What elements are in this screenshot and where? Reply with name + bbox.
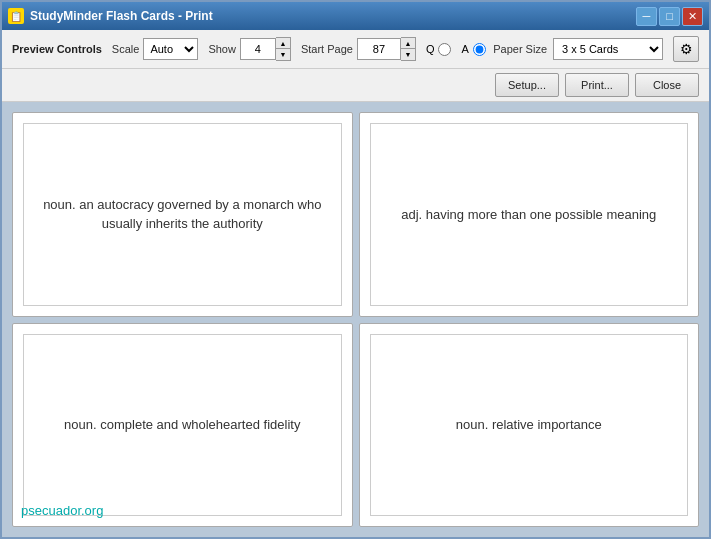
cards-grid: noun. an autocracy governed by a monarch…	[2, 102, 709, 537]
settings-icon: ⚙	[680, 41, 693, 57]
window-title: StudyMinder Flash Cards - Print	[30, 9, 213, 23]
show-input[interactable]: 4	[240, 38, 276, 60]
a-label: A	[461, 43, 468, 55]
card-3: noun. complete and wholehearted fidelity…	[12, 323, 353, 528]
app-icon: 📋	[8, 8, 24, 24]
toolbar: Preview Controls Scale Auto 50% 75% 100%…	[2, 30, 709, 69]
card-1-text: noun. an autocracy governed by a monarch…	[23, 185, 342, 244]
paper-size-select[interactable]: 3 x 5 Cards 4 x 6 Cards Letter A4	[553, 38, 663, 60]
titlebar-left: 📋 StudyMinder Flash Cards - Print	[8, 8, 213, 24]
start-page-increment-button[interactable]: ▲	[401, 38, 415, 49]
start-page-label: Start Page	[301, 43, 353, 55]
card-4-text: noun. relative importance	[446, 405, 612, 445]
card-1: noun. an autocracy governed by a monarch…	[12, 112, 353, 317]
scale-group: Scale Auto 50% 75% 100%	[112, 38, 199, 60]
scale-select[interactable]: Auto 50% 75% 100%	[143, 38, 198, 60]
toolbar-left: Preview Controls Scale Auto 50% 75% 100%…	[12, 37, 486, 61]
show-spinner-buttons: ▲ ▼	[276, 37, 291, 61]
setup-button[interactable]: Setup...	[495, 73, 559, 97]
paper-size-label: Paper Size	[493, 43, 547, 55]
card-3-text: noun. complete and wholehearted fidelity	[54, 405, 310, 445]
q-radio-group: Q	[426, 43, 452, 56]
q-label: Q	[426, 43, 435, 55]
preview-controls-label: Preview Controls	[12, 43, 102, 55]
main-window: 📋 StudyMinder Flash Cards - Print ─ □ ✕ …	[0, 0, 711, 539]
toolbar-right: Paper Size 3 x 5 Cards 4 x 6 Cards Lette…	[493, 36, 699, 62]
titlebar-buttons: ─ □ ✕	[636, 7, 703, 26]
action-toolbar: Setup... Print... Close	[2, 69, 709, 102]
a-radio[interactable]	[473, 43, 486, 56]
start-page-spinner: 87 ▲ ▼	[357, 37, 416, 61]
print-button[interactable]: Print...	[565, 73, 629, 97]
close-window-button[interactable]: ✕	[682, 7, 703, 26]
q-radio[interactable]	[438, 43, 451, 56]
maximize-button[interactable]: □	[659, 7, 680, 26]
close-button[interactable]: Close	[635, 73, 699, 97]
show-group: Show 4 ▲ ▼	[208, 37, 291, 61]
minimize-button[interactable]: ─	[636, 7, 657, 26]
start-page-decrement-button[interactable]: ▼	[401, 49, 415, 60]
card-2: adj. having more than one possible meani…	[359, 112, 700, 317]
start-page-input[interactable]: 87	[357, 38, 401, 60]
card-2-text: adj. having more than one possible meani…	[391, 195, 666, 235]
watermark: psecuador.org	[21, 503, 103, 518]
show-increment-button[interactable]: ▲	[276, 38, 290, 49]
card-4: noun. relative importance	[359, 323, 700, 528]
paper-size-group: Paper Size 3 x 5 Cards 4 x 6 Cards Lette…	[493, 38, 663, 60]
a-radio-group: A	[461, 43, 485, 56]
scale-label: Scale	[112, 43, 140, 55]
show-label: Show	[208, 43, 236, 55]
start-page-group: Start Page 87 ▲ ▼	[301, 37, 416, 61]
show-decrement-button[interactable]: ▼	[276, 49, 290, 60]
settings-icon-button[interactable]: ⚙	[673, 36, 699, 62]
start-page-spinner-buttons: ▲ ▼	[401, 37, 416, 61]
titlebar: 📋 StudyMinder Flash Cards - Print ─ □ ✕	[2, 2, 709, 30]
show-spinner: 4 ▲ ▼	[240, 37, 291, 61]
